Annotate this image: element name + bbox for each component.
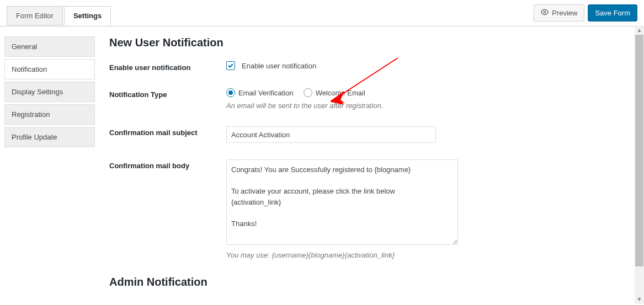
sidebar-item-general[interactable]: General (4, 36, 95, 57)
top-bar: Form Editor Settings Preview Save Form (0, 0, 644, 26)
row-notification-type: Notification Type Email Verification Wel… (109, 88, 631, 110)
page-title: New User Notification (109, 36, 631, 49)
tab-form-editor[interactable]: Form Editor (7, 6, 63, 25)
sidebar-item-profile-update[interactable]: Profile Update (4, 127, 95, 147)
eye-icon (541, 8, 549, 18)
tab-settings[interactable]: Settings (64, 6, 111, 25)
mail-body-textarea[interactable]: Congrats! You are Successfully registere… (226, 159, 458, 245)
label-mail-subject: Confirmation mail subject (109, 126, 226, 137)
tab-strip: Form Editor Settings (7, 6, 112, 25)
radio-email-verification[interactable]: Email Verification (226, 88, 294, 97)
main-panel: General Notification Display Settings Re… (0, 26, 644, 305)
row-enable-notification: Enable user notification Enable user not… (109, 61, 631, 72)
notification-type-hint: An email will be sent to the user after … (226, 101, 631, 110)
admin-section-title: Admin Notification (109, 276, 631, 288)
label-enable-notification: Enable user notification (109, 61, 226, 72)
save-form-button[interactable]: Save Form (588, 4, 637, 22)
scroll-thumb[interactable] (635, 35, 643, 266)
sidebar-item-display-settings[interactable]: Display Settings (4, 82, 95, 102)
label-notification-type: Notification Type (109, 88, 226, 99)
radio-icon (304, 88, 312, 97)
sidebar-item-notification[interactable]: Notification (4, 59, 95, 79)
check-icon (226, 61, 235, 70)
label-mail-body: Confirmation mail body (109, 159, 226, 170)
svg-point-0 (544, 11, 546, 13)
notification-type-radio-group: Email Verification Welcome Email (226, 88, 631, 97)
radio-welcome-label: Welcome Email (316, 89, 365, 97)
scroll-down-icon[interactable]: ▼ (635, 295, 644, 304)
row-mail-subject: Confirmation mail subject (109, 126, 631, 143)
mail-body-hint: You may use: {username}{blogname}{activa… (226, 251, 631, 259)
radio-email-label: Email Verification (238, 89, 294, 97)
preview-label: Preview (552, 9, 577, 17)
preview-button[interactable]: Preview (534, 4, 584, 22)
radio-welcome-email[interactable]: Welcome Email (304, 88, 365, 97)
radio-icon (226, 88, 235, 97)
scroll-up-icon[interactable]: ▲ (635, 25, 644, 35)
action-buttons: Preview Save Form (534, 4, 637, 26)
settings-sidebar: General Notification Display Settings Re… (0, 26, 99, 154)
sidebar-item-registration[interactable]: Registration (4, 104, 95, 125)
scroll-track[interactable]: ▲ ▼ (635, 25, 644, 304)
row-mail-body: Confirmation mail body Congrats! You are… (109, 159, 631, 259)
mail-subject-input[interactable] (226, 126, 436, 143)
checkbox-enable-notification[interactable]: Enable user notification (226, 61, 316, 70)
content-area: New User Notification Enable user notifi… (99, 26, 644, 305)
checkbox-enable-label: Enable user notification (242, 62, 316, 70)
